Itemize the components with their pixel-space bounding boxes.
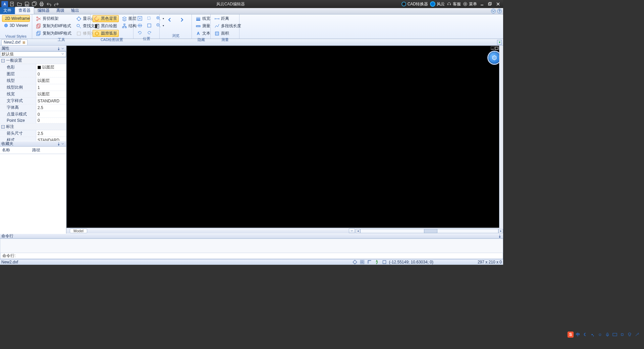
rotate-right-button[interactable] xyxy=(145,29,154,36)
group-measure-label: 测量 xyxy=(213,37,237,43)
rotate-left-button[interactable] xyxy=(136,29,144,36)
scroll-right-icon[interactable]: ▸ xyxy=(498,229,503,233)
nav-next-button[interactable] xyxy=(177,16,186,23)
layout-tabs-menu-icon[interactable] xyxy=(349,229,355,233)
scroll-thumb[interactable] xyxy=(424,229,437,233)
collapse-icon[interactable]: − xyxy=(1,59,5,62)
hide-measure-button[interactable]: 测量 xyxy=(194,22,212,30)
copy-emf-button[interactable]: 复制为EMF格式 xyxy=(34,22,73,30)
save-icon[interactable] xyxy=(23,1,30,7)
scroll-left-icon[interactable]: ◂ xyxy=(356,229,360,233)
pin-icon[interactable] xyxy=(57,142,61,146)
document-tabs-expander-icon[interactable]: ▾ xyxy=(497,40,502,45)
search-icon xyxy=(76,23,82,29)
measure-polyline-button[interactable]: 多段线长度 xyxy=(213,22,243,30)
property-category[interactable]: −标注 xyxy=(0,123,66,130)
document-tab-label: New2.dxf xyxy=(4,40,20,45)
brand-link[interactable]: 风云 xyxy=(430,1,445,7)
zoom-extents-button[interactable] xyxy=(136,15,144,22)
svg-rect-1 xyxy=(26,4,28,6)
collapse-icon[interactable]: − xyxy=(1,125,5,129)
property-row[interactable]: 线宽以图层 xyxy=(0,91,66,98)
horizontal-scrollbar[interactable]: ◂ ▸ xyxy=(356,229,503,233)
drawing-canvas[interactable] xyxy=(66,46,503,228)
property-row[interactable]: 线型以图层 xyxy=(0,78,66,84)
menu-link[interactable]: 菜单 xyxy=(463,1,477,7)
pan-button[interactable] xyxy=(136,22,144,29)
properties-panel-header[interactable]: 属性 xyxy=(0,46,66,51)
ortho-toggle-icon[interactable] xyxy=(367,260,372,264)
viewer-3d-button[interactable]: 3D Viewer xyxy=(2,22,30,29)
measure-distance-button[interactable]: 距离 xyxy=(213,15,243,22)
property-row[interactable]: 字体高2.5 xyxy=(0,104,66,111)
snap-toggle-icon[interactable] xyxy=(352,260,358,264)
document-tab[interactable]: New2.dxf ⊠ xyxy=(1,39,28,45)
osnap-toggle-icon[interactable] xyxy=(382,260,387,264)
properties-filter-combo[interactable]: 默认值 xyxy=(0,51,66,57)
tab-advanced[interactable]: 高级 xyxy=(53,7,68,14)
tab-output[interactable]: 输出 xyxy=(68,7,83,14)
redo-icon[interactable] xyxy=(53,1,60,7)
property-row[interactable]: 色彩以图层 xyxy=(0,64,66,71)
ribbon-help-icon[interactable]: ? xyxy=(497,9,502,13)
document-tab-close-icon[interactable]: ⊠ xyxy=(22,41,25,44)
polar-toggle-icon[interactable] xyxy=(374,260,380,264)
fit-button[interactable] xyxy=(145,22,154,29)
save-all-icon[interactable] xyxy=(31,1,38,7)
property-category[interactable]: −一般设置 xyxy=(0,57,66,64)
copy-bmp-button[interactable]: 复制为BMP格式 xyxy=(34,30,73,37)
black-bg-button[interactable]: 黑色背景 xyxy=(93,15,119,22)
command-panel-header[interactable]: 命令行 xyxy=(0,234,503,239)
property-row[interactable]: 图层0 xyxy=(0,71,66,78)
undo-icon[interactable] xyxy=(46,1,52,7)
window-close-button[interactable] xyxy=(495,1,501,7)
canvas-minimize-button[interactable] xyxy=(491,46,494,50)
layout-tab-model[interactable]: Model xyxy=(70,229,87,233)
measure-area-button[interactable]: 面积 xyxy=(213,30,243,37)
cad-converter-link[interactable]: CAD转换器 xyxy=(401,1,428,7)
pin-icon[interactable] xyxy=(498,234,502,238)
smooth-arc-button[interactable]: 圆滑弧形 xyxy=(93,30,119,37)
print-icon[interactable] xyxy=(38,1,45,7)
zoom-window-button[interactable] xyxy=(145,15,154,22)
fit-icon xyxy=(147,23,152,28)
app-logo-icon[interactable]: A xyxy=(1,1,8,7)
tab-viewer[interactable]: 查看器 xyxy=(15,7,34,14)
converter-label: CAD转换器 xyxy=(408,1,428,7)
pin-icon[interactable] xyxy=(57,47,61,51)
command-input[interactable] xyxy=(17,254,503,258)
grid-toggle-icon[interactable] xyxy=(360,260,365,264)
help-link[interactable]: 客服 xyxy=(447,1,461,7)
wireframe-2d-button[interactable]: 2D Wireframe xyxy=(2,15,30,22)
canvas-maximize-button[interactable] xyxy=(495,46,498,50)
command-log[interactable] xyxy=(0,239,503,253)
window-minimize-button[interactable] xyxy=(479,1,485,7)
status-filename: New2.dxf xyxy=(1,260,18,264)
open-file-icon[interactable] xyxy=(16,1,23,7)
property-row[interactable]: Point Size0 xyxy=(0,118,66,123)
vertical-scrollbar[interactable] xyxy=(499,46,503,228)
hide-linewidth-button[interactable]: 线宽 xyxy=(194,15,212,22)
new-file-icon[interactable] xyxy=(9,1,15,7)
viewcube-button[interactable] xyxy=(488,52,500,64)
nav-prev-button[interactable] xyxy=(165,16,174,23)
property-row[interactable]: 线型比例1 xyxy=(0,84,66,91)
window-maximize-button[interactable] xyxy=(487,1,493,7)
clip-frame-button[interactable]: 剪切框架 xyxy=(34,15,73,22)
tab-editor[interactable]: 编辑器 xyxy=(34,7,53,14)
property-row[interactable]: 点显示模式0 xyxy=(0,111,66,118)
property-row[interactable]: 箭头尺寸2.5 xyxy=(0,130,66,137)
properties-grid[interactable]: −一般设置色彩以图层图层0线型以图层线型比例1线宽以图层文字样式STANDARD… xyxy=(0,57,66,141)
property-row[interactable]: 样式STANDARD xyxy=(0,137,66,141)
hide-text-button[interactable]: A 文本 xyxy=(194,30,212,37)
favorites-panel-header[interactable]: 收藏夹 xyxy=(0,141,66,147)
tab-file[interactable]: 文件 xyxy=(0,7,15,14)
ribbon-minimize-icon[interactable] xyxy=(491,9,496,13)
chevron-down-icon[interactable] xyxy=(61,47,65,51)
property-row[interactable]: 文字样式STANDARD xyxy=(0,98,66,104)
chevron-left-icon xyxy=(167,17,172,22)
svg-rect-7 xyxy=(489,2,491,5)
svg-rect-17 xyxy=(95,24,97,28)
chevron-down-icon[interactable] xyxy=(61,142,65,146)
bw-draw-button[interactable]: 黑白绘图 xyxy=(93,22,119,30)
